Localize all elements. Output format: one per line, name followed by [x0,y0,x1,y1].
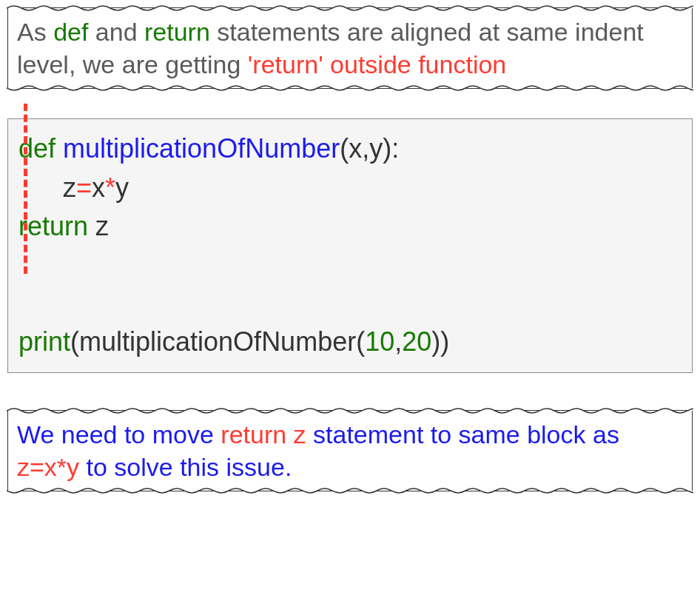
code-reference: return z [221,420,306,448]
code-block: def multiplicationOfNumber(x,y): z=x*y r… [7,118,693,372]
indent-guide-line [24,104,27,274]
tok-num: 10 [365,326,394,357]
tok-paren: ( [340,133,349,164]
tok-var: z [95,211,109,241]
tok-args: x,y [349,133,383,164]
tok-return: return [18,211,88,241]
tok-funcname: multiplicationOfNumber [55,133,340,164]
tok-comma: , [394,326,402,357]
tok-call: multiplicationOfNumber [79,326,356,357]
text-fragment: and [88,18,144,46]
text-fragment: As [17,18,53,46]
top-callout-box: As def and return statements are aligned… [7,7,693,89]
keyword-return: return [144,18,210,46]
text-fragment: to solve this issue. [79,453,292,481]
tok-var: z [63,172,76,203]
tok-paren: )) [431,326,449,357]
tok-star: * [105,172,115,203]
tok-paren: ( [356,326,365,357]
tok-var: x [92,172,105,203]
tok-paren: ): [383,133,399,164]
tok-space [88,211,95,241]
tok-num: 20 [402,326,431,357]
text-fragment: statement to same block as [306,420,619,448]
error-text: 'return' outside function [248,50,506,78]
tok-eq: = [76,172,92,203]
code-wrap: def multiplicationOfNumber(x,y): z=x*y r… [7,118,693,372]
tok-print: print [18,326,70,357]
text-fragment: We need to move [17,420,221,448]
tok-paren: ( [70,326,79,357]
code-reference: z=x*y [17,453,79,481]
keyword-def: def [53,18,88,46]
bottom-callout-box: We need to move return z statement to sa… [7,410,693,491]
tok-var: y [115,172,129,203]
